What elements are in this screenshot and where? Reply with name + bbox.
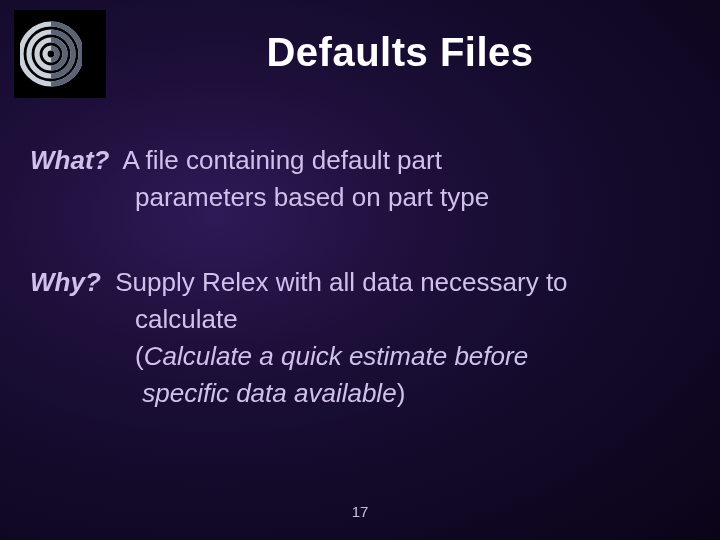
what-line-2: parameters based on part type [30, 180, 690, 215]
what-label: What? [30, 145, 109, 175]
why-line-1: Why? Supply Relex with all data necessar… [30, 265, 690, 300]
why-line-4-em: specific data available [142, 378, 396, 408]
why-line-1-text: Supply Relex with all data necessary to [115, 267, 567, 297]
what-block: What? A file containing default part par… [30, 143, 690, 215]
paren-open: ( [135, 341, 144, 371]
logo-icon [14, 10, 106, 98]
slide: Defaults Files What? A file containing d… [0, 0, 720, 540]
what-line-1-text: A file containing default part [122, 145, 441, 175]
why-line-4: specific data available) [30, 376, 690, 411]
page-number: 17 [0, 503, 720, 520]
why-line-3: (Calculate a quick estimate before [30, 339, 690, 374]
why-label: Why? [30, 267, 101, 297]
what-line-1: What? A file containing default part [30, 143, 690, 178]
why-line-2: calculate [30, 302, 690, 337]
why-line-3-em: Calculate a quick estimate before [144, 341, 528, 371]
why-block: Why? Supply Relex with all data necessar… [30, 265, 690, 411]
slide-body: What? A file containing default part par… [30, 143, 690, 412]
slide-title: Defaults Files [110, 30, 690, 75]
paren-close: ) [397, 378, 406, 408]
